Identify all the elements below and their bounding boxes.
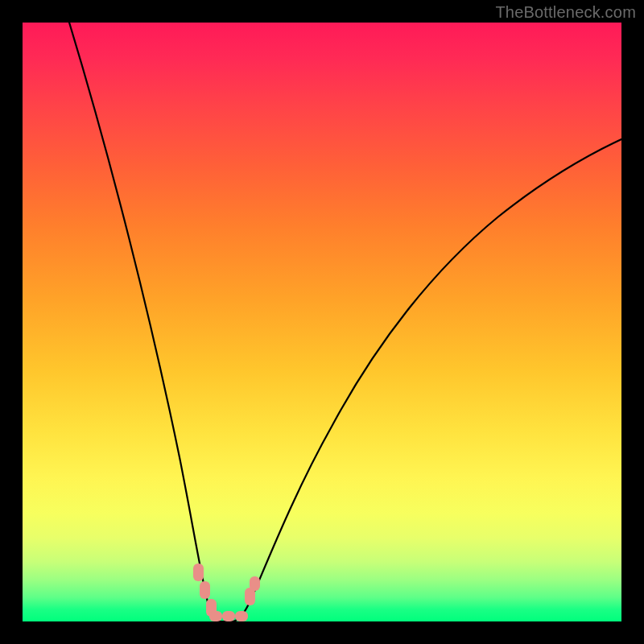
curve-layer xyxy=(23,23,621,621)
marker xyxy=(209,611,222,621)
watermark-text: TheBottleneck.com xyxy=(495,3,636,22)
marker xyxy=(235,611,248,621)
plot-area xyxy=(23,23,621,621)
marker xyxy=(250,576,260,591)
marker xyxy=(222,611,235,621)
marker xyxy=(193,564,204,581)
marker-group xyxy=(193,564,260,621)
bottleneck-curve xyxy=(67,23,621,621)
chart-frame: TheBottleneck.com xyxy=(0,0,644,644)
marker xyxy=(200,581,210,599)
